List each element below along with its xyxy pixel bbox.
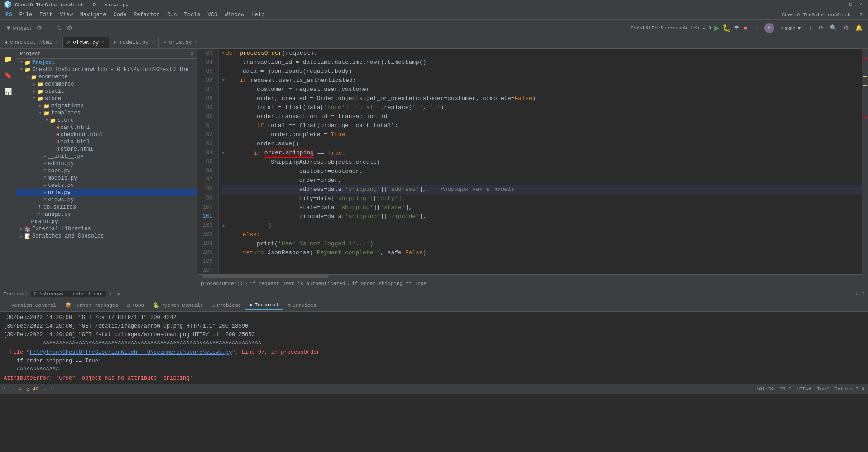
- toolbar-list[interactable]: ≡: [46, 24, 53, 32]
- tab-checkout-html[interactable]: H checkout.html ×: [0, 37, 63, 48]
- bookmark-icon[interactable]: 🔖: [2, 69, 14, 81]
- code-line-87[interactable]: ▼ if request.user.is_authenticated:: [222, 76, 862, 85]
- crlf-indicator[interactable]: CRLF: [779, 386, 791, 392]
- breadcrumb-item-3[interactable]: if order.shipping == True: [352, 281, 427, 286]
- minimize-button[interactable]: —: [837, 1, 844, 9]
- tree-item-models[interactable]: P models.py: [16, 175, 197, 182]
- tree-item-external-libs[interactable]: ▶ 📚 External Libraries: [16, 225, 197, 233]
- tree-item-store-html[interactable]: H store.html: [16, 146, 197, 153]
- bottom-tab-version-control[interactable]: ⑂ Version Control: [2, 301, 61, 310]
- menu-help[interactable]: Help: [248, 11, 268, 19]
- menu-tools[interactable]: Tools: [180, 11, 204, 19]
- info-count[interactable]: ✓ 1: [44, 386, 53, 392]
- lang-indicator[interactable]: Python 3.9: [834, 386, 864, 392]
- encoding-indicator[interactable]: UTF-8: [797, 386, 812, 392]
- tree-item-admin[interactable]: P admin.py: [16, 160, 197, 167]
- settings-button[interactable]: ⚙: [842, 24, 851, 32]
- tree-item-templates[interactable]: ▼ 📁 templates: [16, 109, 197, 117]
- tree-item-migrations[interactable]: ▶ 📁 migrations: [16, 102, 197, 109]
- terminal-file-link[interactable]: F:\Python\ChestOfTheSiberianWitch - 0\ec…: [30, 349, 232, 356]
- terminal-settings-icon[interactable]: ⚙: [856, 291, 859, 297]
- structure-icon[interactable]: 📊: [2, 85, 14, 98]
- code-line-89[interactable]: order, created = Order.objects.get_or_cr…: [222, 94, 862, 103]
- menu-refactor[interactable]: Refactor: [130, 11, 163, 19]
- tree-item-root[interactable]: ▼ 📁 ChestOfTheSiberianWitch - 0 F:\Pytho…: [16, 66, 197, 73]
- tree-item-store[interactable]: ▼ 📁 store: [16, 95, 197, 102]
- hscroll-thumb[interactable]: [202, 275, 329, 278]
- code-line-91[interactable]: order.transaction_id = transaction_id: [222, 112, 862, 121]
- tab-close[interactable]: ×: [101, 40, 104, 45]
- tree-item-ecommerce-inner[interactable]: ▶ 📁 ecommerce: [16, 81, 197, 88]
- code-line-107[interactable]: else:: [222, 230, 862, 239]
- menu-run[interactable]: Run: [163, 11, 181, 19]
- tree-item-project[interactable]: ▼ 📁 Project: [16, 59, 197, 66]
- code-line-108[interactable]: print('User is not logged in...'): [222, 239, 862, 248]
- tree-item-apps[interactable]: P apps.py: [16, 167, 197, 175]
- maximize-button[interactable]: □: [847, 1, 854, 9]
- code-line-103[interactable]: state=data['shipping']['state'],: [222, 203, 862, 212]
- code-line-97[interactable]: ▼ if order.shipping == True:: [222, 148, 862, 158]
- menu-view[interactable]: View: [56, 11, 77, 19]
- tab-models-py[interactable]: P models.py ×: [109, 37, 159, 48]
- tree-item-main-py[interactable]: P main.py: [16, 218, 197, 225]
- menu-edit[interactable]: Edit: [36, 11, 56, 19]
- tree-item-manage[interactable]: P manage.py: [16, 211, 197, 218]
- code-line-109[interactable]: return JsonResponse('Payment complete!',…: [222, 248, 862, 257]
- toolbar-sort[interactable]: ⇅: [55, 24, 63, 32]
- bottom-tab-python-console[interactable]: 🐍 Python Console: [149, 300, 207, 310]
- menu-code[interactable]: Code: [110, 11, 130, 19]
- breadcrumb-item-1[interactable]: processOrder(): [201, 281, 243, 286]
- update-button[interactable]: ↑: [808, 24, 815, 32]
- add-terminal-button[interactable]: +: [109, 290, 113, 297]
- tree-item-ecommerce-outer[interactable]: ▼ 📁 ecommerce: [16, 73, 197, 81]
- tree-item-store-templates[interactable]: ▼ 📁 store: [16, 117, 197, 124]
- code-line-90[interactable]: total = float(data['form']['total'].repl…: [222, 103, 862, 112]
- project-collapse[interactable]: ⚙: [190, 51, 193, 57]
- line-col-indicator[interactable]: 101:39: [756, 386, 774, 392]
- terminal-close-icon[interactable]: ×: [861, 291, 864, 297]
- fold-arrow[interactable]: ▼: [222, 149, 225, 158]
- toolbar-gear2[interactable]: ⚙: [65, 24, 74, 32]
- branch-selector[interactable]: ⑂ main ▼: [777, 24, 805, 32]
- menu-file[interactable]: File: [15, 11, 36, 19]
- tab-urls-py[interactable]: P urls.py ×: [159, 37, 202, 48]
- project-dropdown[interactable]: ▼ Project: [4, 24, 33, 32]
- code-line-104[interactable]: zipcode=data['shipping']['zipcode'],: [222, 212, 862, 221]
- fold-arrow[interactable]: ▼: [222, 49, 225, 58]
- menu-navigate[interactable]: Navigate: [77, 11, 110, 19]
- error-count[interactable]: ⚠ 4: [12, 386, 21, 392]
- project-icon[interactable]: 📁: [2, 52, 14, 65]
- menu-vcs[interactable]: VCS: [204, 11, 221, 19]
- tree-item-checkout[interactable]: H checkout.html: [16, 131, 197, 138]
- code-line-99[interactable]: customer=customer,: [222, 167, 862, 176]
- tab-close[interactable]: ×: [195, 40, 197, 45]
- bottom-tab-todo[interactable]: ☑ TODO: [123, 300, 149, 310]
- stop-button[interactable]: ■: [742, 24, 749, 32]
- tab-close[interactable]: ×: [151, 40, 154, 45]
- tab-views-py[interactable]: P views.py ×: [63, 37, 110, 48]
- code-line-85[interactable]: data = json.loads(request.body): [222, 67, 862, 76]
- indent-indicator[interactable]: Tab*: [817, 386, 829, 392]
- tree-item-main-html[interactable]: H main.html: [16, 138, 197, 146]
- code-line-98[interactable]: ShippingAddress.objects.create(: [222, 158, 862, 167]
- search-everywhere[interactable]: 🔍: [828, 24, 839, 32]
- bottom-tab-services[interactable]: ⚙ Services: [283, 300, 321, 310]
- code-line-93[interactable]: if total == float(order.get_cart_total):: [222, 121, 862, 130]
- code-line-102[interactable]: city=data['shipping']['city'],: [222, 194, 862, 203]
- code-line-88[interactable]: customer = request.user.customer: [222, 85, 862, 94]
- fold-arrow[interactable]: ▲: [222, 221, 225, 230]
- debug-button[interactable]: 🐛: [722, 24, 731, 32]
- more-button[interactable]: ⋮: [752, 24, 762, 32]
- code-line-94[interactable]: order.complete = True: [222, 130, 862, 139]
- avatar[interactable]: A: [764, 23, 774, 33]
- tree-item-init[interactable]: P __init__.py: [16, 153, 197, 160]
- bottom-tab-problems[interactable]: ⚠ Problems: [208, 300, 245, 310]
- close-button[interactable]: ×: [857, 1, 864, 9]
- run-button[interactable]: ▶: [714, 24, 719, 32]
- tree-item-cart[interactable]: H cart.html: [16, 124, 197, 131]
- tree-item-tests[interactable]: P tests.py: [16, 182, 197, 189]
- code-line-83[interactable]: ▼ def processOrder(request):: [222, 49, 862, 58]
- code-container[interactable]: 83 84 85 86 87 88 89 90 91 92 93 94 95 9…: [197, 49, 862, 274]
- warning-count[interactable]: △ 40: [27, 386, 38, 392]
- toolbar-settings[interactable]: ⚙: [35, 24, 44, 32]
